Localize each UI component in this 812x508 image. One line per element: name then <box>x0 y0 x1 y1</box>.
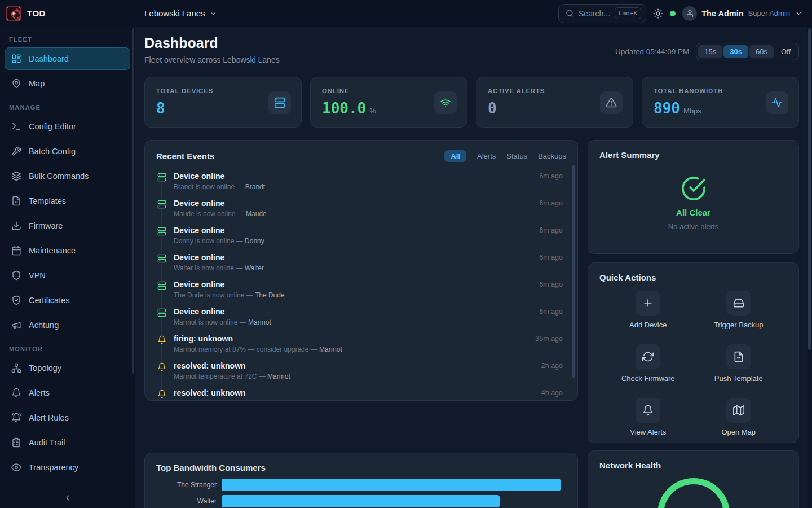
health-gauge-ring: 100 <box>657 478 730 508</box>
open-map-button[interactable]: Open Map <box>694 398 784 436</box>
events-scrollbar[interactable] <box>572 165 575 378</box>
event-row[interactable]: firing: unknown Marmot memory at 87% — c… <box>157 334 566 361</box>
bell-icon <box>11 388 21 398</box>
page-scrollbar[interactable] <box>807 27 812 508</box>
search-input[interactable]: Search... Cmd+K <box>558 4 646 23</box>
stat-suffix: Mbps <box>683 107 701 115</box>
refresh-option-off[interactable]: Off <box>775 45 797 58</box>
refresh-option-15s[interactable]: 15s <box>698 45 722 58</box>
refresh-icon <box>636 344 660 369</box>
sidebar-item-audit-trail[interactable]: Audit Trail <box>5 431 130 454</box>
server-icon <box>157 226 166 237</box>
sidebar-item-alerts[interactable]: Alerts <box>5 382 130 404</box>
view-alerts-button[interactable]: View Alerts <box>603 398 694 436</box>
sidebar: FLEET Dashboard Map MANAGE Config Editor… <box>0 27 135 508</box>
sidebar-item-maintenance[interactable]: Maintenance <box>5 239 130 262</box>
event-text: Walter is now online — <box>174 264 242 272</box>
event-time: 35m ago <box>535 335 563 343</box>
megaphone-icon <box>11 320 21 330</box>
chevron-down-icon <box>209 10 217 17</box>
trigger-backup-button[interactable]: Trigger Backup <box>694 291 784 329</box>
terminal-icon <box>11 121 21 132</box>
search-shortcut-badge: Cmd+K <box>615 7 641 19</box>
user-menu[interactable]: The Admin Super Admin <box>682 6 803 21</box>
sidebar-item-topology[interactable]: Topology <box>5 357 130 379</box>
tab-all[interactable]: All <box>444 150 466 162</box>
event-row[interactable]: resolved: unknown Marmot temperature at … <box>157 361 566 388</box>
sidebar-item-achtung[interactable]: Achtung <box>5 314 130 336</box>
brand: TOD <box>0 0 135 27</box>
sidebar-item-label: Certificates <box>29 296 70 305</box>
event-row[interactable]: Device online Donny is now online — Donn… <box>157 225 566 252</box>
bar-row: The Stranger <box>156 479 561 491</box>
top-bar: TOD Lebowski Lanes Search... Cmd+K <box>0 0 812 27</box>
sidebar-scrollbar[interactable] <box>132 28 134 374</box>
server-icon <box>157 253 166 264</box>
stat-label: ACTIVE ALERTS <box>488 87 545 94</box>
layout-dashboard-icon <box>11 54 21 64</box>
chevron-left-icon <box>63 493 72 502</box>
event-time: 4h ago <box>541 389 563 397</box>
sidebar-item-alert-rules[interactable]: Alert Rules <box>5 406 130 429</box>
push-template-button[interactable]: Push Template <box>694 344 784 383</box>
bell-icon <box>157 389 166 399</box>
search-placeholder: Search... <box>579 9 610 18</box>
event-row[interactable]: Device online Maude is now online — Maud… <box>157 198 566 225</box>
sidebar-item-templates[interactable]: Templates <box>5 190 130 212</box>
sidebar-item-label: Maintenance <box>29 246 76 255</box>
sidebar-item-dashboard[interactable]: Dashboard <box>5 47 130 70</box>
stat-value: 8 <box>156 100 165 117</box>
stat-suffix: % <box>369 107 376 115</box>
bar-walter <box>222 495 500 507</box>
check-firmware-button[interactable]: Check Firmware <box>603 344 694 383</box>
top-bandwidth-title: Top Bandwidth Consumers <box>156 463 266 472</box>
sidebar-item-config-editor[interactable]: Config Editor <box>5 115 130 138</box>
network-health-panel: Network Health 100 <box>588 450 799 508</box>
org-switcher[interactable]: Lebowski Lanes <box>144 8 217 18</box>
sidebar-section-fleet: FLEET <box>9 36 126 43</box>
sidebar-item-batch-config[interactable]: Batch Config <box>5 140 130 163</box>
brand-name: TOD <box>27 8 46 18</box>
app-logo-icon <box>6 6 21 21</box>
bell-ring-icon <box>11 413 21 423</box>
collapse-sidebar-button[interactable] <box>0 487 135 508</box>
add-device-button[interactable]: Add Device <box>603 291 694 329</box>
event-row[interactable]: Device online Brandt is now online — Bra… <box>157 171 566 198</box>
sidebar-item-certificates[interactable]: Certificates <box>5 289 130 312</box>
shield-icon <box>11 270 21 281</box>
sidebar-item-vpn[interactable]: VPN <box>5 264 130 287</box>
tab-status[interactable]: Status <box>506 152 527 160</box>
sidebar-item-firmware[interactable]: Firmware <box>5 214 130 237</box>
quick-actions-title: Quick Actions <box>599 273 656 282</box>
alert-summary-panel: Alert Summary All Clear No active alerts <box>588 140 799 254</box>
bell-icon <box>157 362 166 372</box>
event-row[interactable]: resolved: unknown 4h ago <box>157 388 566 401</box>
top-bandwidth-panel: Top Bandwidth Consumers The Stranger Wal… <box>144 453 578 508</box>
server-icon <box>268 91 291 114</box>
sidebar-item-bulk-commands[interactable]: Bulk Commands <box>5 165 130 187</box>
refresh-interval-control: 15s 30s 60s Off <box>696 43 799 60</box>
theme-toggle-button[interactable] <box>653 8 663 19</box>
tab-alerts[interactable]: Alerts <box>477 152 496 160</box>
layers-icon <box>11 171 21 181</box>
event-row[interactable]: Device online Marmot is now online — Mar… <box>157 306 566 334</box>
alert-summary-detail: No active alerts <box>668 222 719 231</box>
event-device: Brandt <box>245 183 265 191</box>
bar-the-stranger <box>222 479 561 491</box>
bar-label: The Stranger <box>156 481 222 489</box>
refresh-option-30s[interactable]: 30s <box>723 45 748 58</box>
sidebar-item-transparency[interactable]: Transparency <box>5 456 130 479</box>
sidebar-item-map[interactable]: Map <box>5 72 130 95</box>
event-row[interactable]: Device online The Dude is now online — T… <box>157 279 566 306</box>
stat-card-total-devices: TOTAL DEVICES 8 <box>144 77 302 128</box>
sidebar-section-monitor: MONITOR <box>9 345 126 352</box>
network-health-title: Network Health <box>599 461 661 470</box>
refresh-option-60s[interactable]: 60s <box>749 45 774 58</box>
page-scrollbar-thumb[interactable] <box>808 28 811 350</box>
hard-drive-icon <box>726 291 751 316</box>
sidebar-item-label: Audit Trail <box>29 438 65 447</box>
page-header: Dashboard Fleet overview across Lebowski… <box>144 35 280 64</box>
tab-backups[interactable]: Backups <box>538 152 566 160</box>
event-row[interactable]: Device online Walter is now online — Wal… <box>157 252 566 279</box>
event-title: Device online <box>174 279 566 289</box>
